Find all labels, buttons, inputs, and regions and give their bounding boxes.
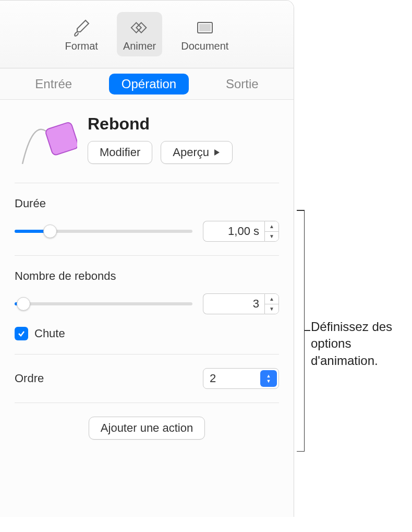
inspector-panel: Format Animer Document Entrée Opération bbox=[0, 0, 294, 517]
tab-build-in[interactable]: Entrée bbox=[22, 74, 84, 94]
divider bbox=[15, 255, 279, 256]
animate-label: Animer bbox=[123, 40, 156, 52]
svg-rect-2 bbox=[45, 122, 77, 156]
duration-stepper[interactable]: ▲ ▼ bbox=[264, 221, 279, 242]
effect-thumbnail bbox=[15, 114, 77, 169]
main-toolbar: Format Animer Document bbox=[0, 1, 294, 68]
callout-bracket-mid bbox=[304, 330, 310, 331]
duration-slider[interactable] bbox=[15, 225, 192, 238]
bounces-input[interactable]: 3 bbox=[203, 293, 264, 314]
diamond-stack-icon bbox=[128, 16, 151, 39]
animate-toolbar-button[interactable]: Animer bbox=[117, 12, 162, 56]
effect-header: Rebond Modifier Aperçu bbox=[15, 114, 279, 169]
stepper-down-icon[interactable]: ▼ bbox=[265, 304, 278, 314]
order-select[interactable]: 2 ▲ ▼ bbox=[203, 368, 279, 389]
divider bbox=[15, 403, 279, 403]
add-action-button[interactable]: Ajouter une action bbox=[89, 417, 205, 440]
callout-text: Définissez des options d'animation. bbox=[311, 318, 412, 369]
fall-checkbox[interactable] bbox=[15, 327, 28, 340]
document-toolbar-button[interactable]: Document bbox=[175, 12, 235, 56]
content-area: Rebond Modifier Aperçu Durée bbox=[0, 100, 294, 440]
tab-action[interactable]: Opération bbox=[109, 74, 189, 94]
stepper-down-icon[interactable]: ▼ bbox=[265, 232, 278, 242]
chevron-up-down-icon: ▲ ▼ bbox=[260, 370, 277, 387]
animation-tabs: Entrée Opération Sortie bbox=[0, 68, 294, 100]
duration-input[interactable]: 1,00 s bbox=[203, 221, 264, 242]
fall-checkbox-label: Chute bbox=[34, 327, 65, 340]
divider bbox=[15, 183, 279, 183]
bounces-slider[interactable] bbox=[15, 298, 192, 310]
modify-button[interactable]: Modifier bbox=[88, 141, 152, 164]
tab-build-out[interactable]: Sortie bbox=[213, 74, 271, 94]
paintbrush-icon bbox=[70, 16, 93, 39]
stepper-up-icon[interactable]: ▲ bbox=[265, 294, 278, 304]
format-toolbar-button[interactable]: Format bbox=[59, 12, 104, 56]
duration-label: Durée bbox=[15, 197, 279, 210]
document-icon bbox=[193, 16, 216, 39]
order-label: Ordre bbox=[15, 372, 44, 385]
preview-label: Aperçu bbox=[173, 146, 209, 159]
document-label: Document bbox=[181, 40, 228, 52]
callout-bracket bbox=[294, 210, 305, 452]
divider bbox=[15, 354, 279, 354]
play-icon bbox=[213, 146, 221, 159]
order-value: 2 bbox=[203, 369, 259, 388]
effect-title: Rebond bbox=[88, 114, 233, 134]
svg-rect-1 bbox=[200, 25, 210, 31]
bounces-stepper[interactable]: ▲ ▼ bbox=[264, 293, 279, 314]
format-label: Format bbox=[65, 40, 98, 52]
stepper-up-icon[interactable]: ▲ bbox=[265, 221, 278, 232]
bounces-label: Nombre de rebonds bbox=[15, 269, 279, 283]
preview-button[interactable]: Aperçu bbox=[161, 141, 233, 164]
